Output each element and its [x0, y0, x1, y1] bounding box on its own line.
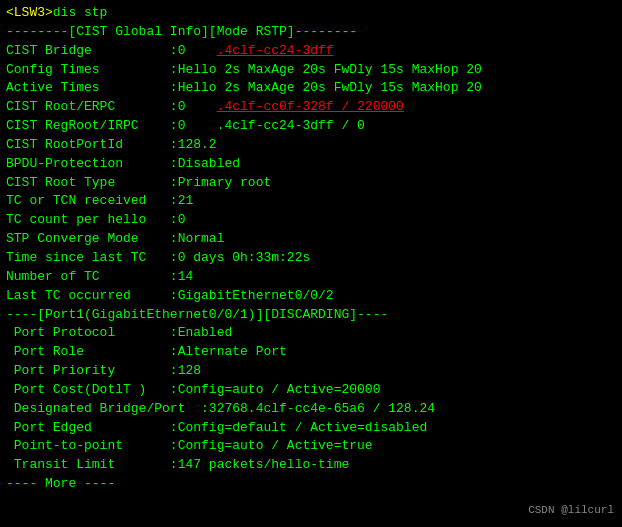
line-port-separator: ----[Port1(GigabitEthernet0/0/1)][DISCAR… — [6, 306, 616, 325]
line-time-since: Time since last TC :0 days 0h:33m:22s — [6, 249, 616, 268]
line-tc-tcn: TC or TCN received :21 — [6, 192, 616, 211]
line-last-tc: Last TC occurred :GigabitEthernet0/0/2 — [6, 287, 616, 306]
line-tc-count: TC count per hello :0 — [6, 211, 616, 230]
line-more: ---- More ---- — [6, 475, 616, 494]
line-cist-bridge: CIST Bridge :0 .4clf-cc24-3dff — [6, 42, 616, 61]
command-text: dis stp — [53, 5, 108, 20]
line-port-role: Port Role :Alternate Port — [6, 343, 616, 362]
line-separator1: --------[CIST Global Info][Mode RSTP]---… — [6, 23, 616, 42]
cist-bridge-value: .4clf-cc24-3dff — [217, 43, 334, 58]
line-port-edged: Port Edged :Config=default / Active=disa… — [6, 419, 616, 438]
cist-root-label: CIST Root/ERPC :0 — [6, 99, 217, 114]
terminal-window: <LSW3>dis stp --------[CIST Global Info]… — [0, 0, 622, 527]
line-stp-converge: STP Converge Mode :Normal — [6, 230, 616, 249]
line-cist-rootportid: CIST RootPortId :128.2 — [6, 136, 616, 155]
prompt-line: <LSW3>dis stp — [6, 4, 616, 23]
cist-bridge-label: CIST Bridge :0 — [6, 43, 217, 58]
line-point-to-point: Point-to-point :Config=auto / Active=tru… — [6, 437, 616, 456]
line-active-times: Active Times :Hello 2s MaxAge 20s FwDly … — [6, 79, 616, 98]
line-number-tc: Number of TC :14 — [6, 268, 616, 287]
line-bpdu-protection: BPDU-Protection :Disabled — [6, 155, 616, 174]
line-cist-root: CIST Root/ERPC :0 .4clf-cc0f-328f / 2200… — [6, 98, 616, 117]
line-designated-bridge: Designated Bridge/Port :32768.4clf-cc4e-… — [6, 400, 616, 419]
line-cist-root-type: CIST Root Type :Primary root — [6, 174, 616, 193]
line-config-times: Config Times :Hello 2s MaxAge 20s FwDly … — [6, 61, 616, 80]
line-port-priority: Port Priority :128 — [6, 362, 616, 381]
watermark: CSDN @lilcurl — [528, 503, 614, 519]
line-port-cost: Port Cost(DotlT ) :Config=auto / Active=… — [6, 381, 616, 400]
prompt-text: <LSW3> — [6, 5, 53, 20]
line-transit-limit: Transit Limit :147 packets/hello-time — [6, 456, 616, 475]
cist-root-value: .4clf-cc0f-328f / 220000 — [217, 99, 404, 114]
line-port-protocol: Port Protocol :Enabled — [6, 324, 616, 343]
line-cist-regroot: CIST RegRoot/IRPC :0 .4clf-cc24-3dff / 0 — [6, 117, 616, 136]
